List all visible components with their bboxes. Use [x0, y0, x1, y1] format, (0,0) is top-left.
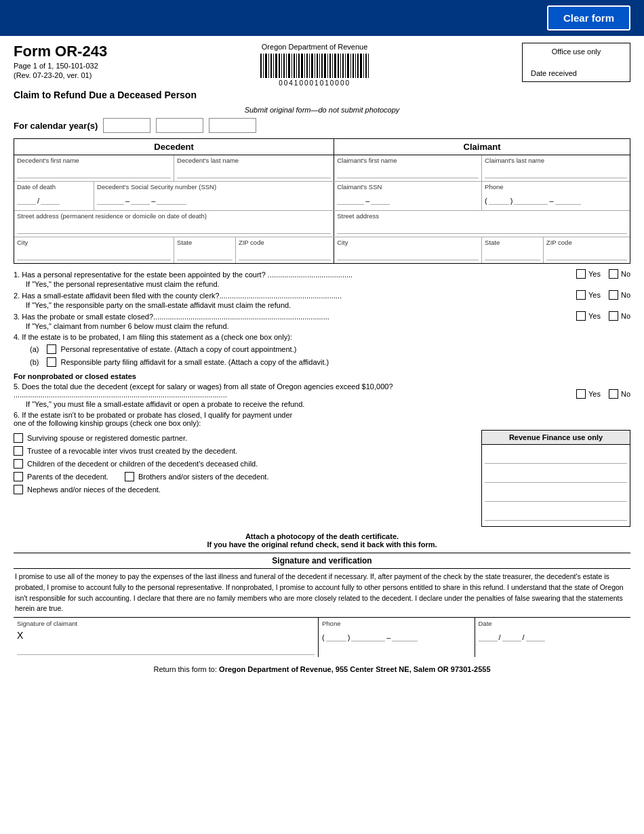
sig-input[interactable] [17, 646, 315, 655]
claim-state-cell: State [482, 237, 544, 263]
svg-rect-27 [329, 54, 331, 78]
kinship-2-checkbox[interactable] [14, 446, 23, 456]
dec-last-name-input[interactable] [177, 170, 331, 178]
q3-row: 3. Has the probate or small estate close… [14, 311, 630, 321]
name-row: Decedent's first name Decedent's last na… [14, 155, 630, 182]
phone-area[interactable] [489, 196, 509, 205]
q4b-text: Responsible party filing affidavit for a… [60, 358, 329, 366]
q6-intro: 6. If the estate isn't to be probated or… [14, 411, 630, 419]
svg-rect-1 [263, 54, 264, 78]
sig-phone-area[interactable] [326, 633, 346, 641]
dec-first-name-input[interactable] [17, 170, 171, 178]
revenue-finance-header: Revenue Finance use only [482, 431, 630, 445]
dec-city-input[interactable] [17, 252, 171, 260]
calendar-year-input-2[interactable] [156, 118, 203, 133]
q2-no-checkbox[interactable] [609, 290, 618, 300]
dec-state-cell: State [174, 237, 236, 263]
claim-ssn-2[interactable] [371, 196, 390, 205]
svg-rect-14 [296, 54, 297, 78]
claim-zip-label: ZIP code [546, 239, 627, 246]
sig-field: Signature of claimant X [14, 618, 319, 657]
sig-date-d[interactable] [502, 633, 521, 641]
dod-label: Date of death [17, 183, 91, 191]
claim-street-input[interactable] [337, 225, 627, 234]
q1-yes-checkbox[interactable] [576, 269, 586, 279]
dec-street-label: Street address (permanent residence or d… [17, 212, 331, 220]
dod-month[interactable] [17, 196, 36, 205]
claim-state-input[interactable] [485, 252, 540, 260]
svg-rect-39 [360, 54, 362, 78]
page-info: Page 1 of 1, 150-101-032 [14, 62, 107, 70]
svg-rect-25 [324, 54, 326, 78]
q2-yes-checkbox[interactable] [576, 290, 586, 300]
claim-ssn-1[interactable] [337, 196, 364, 205]
kinship-1-checkbox[interactable] [14, 433, 23, 443]
svg-rect-38 [357, 54, 359, 78]
kinship-1-label: Surviving spouse or registered domestic … [27, 434, 187, 442]
clear-form-button[interactable]: Clear form [547, 5, 630, 31]
q1-no-checkbox[interactable] [609, 269, 618, 279]
sig-phone-num[interactable] [351, 633, 385, 641]
dec-ssn-2[interactable] [131, 196, 150, 205]
kinship-3-checkbox[interactable] [14, 459, 23, 469]
kinship-4-checkbox[interactable] [14, 472, 23, 481]
phone-ext[interactable] [555, 196, 581, 205]
sig-phone-ext[interactable] [392, 633, 418, 641]
sig-label: Signature of claimant [17, 620, 315, 627]
claim-city-input[interactable] [337, 252, 479, 260]
rf-line-2 [485, 466, 627, 483]
svg-rect-19 [309, 54, 310, 78]
svg-rect-41 [365, 54, 367, 78]
dec-zip-input[interactable] [239, 252, 331, 260]
svg-rect-15 [298, 54, 300, 78]
table-headers: Decedent Claimant [14, 139, 630, 155]
calendar-year-input-3[interactable] [209, 118, 256, 133]
sig-date-field: Date / / [475, 618, 631, 657]
signature-section: Signature and verification I promise to … [14, 553, 630, 657]
claim-zip-cell: ZIP code [544, 237, 630, 263]
calendar-year-input-1[interactable] [103, 118, 150, 133]
form-number: Form OR-243 [14, 43, 107, 60]
q5-yes-checkbox[interactable] [576, 389, 586, 399]
q3-answer: Yes No [576, 311, 630, 321]
street-row: Street address (permanent residence or d… [14, 211, 630, 237]
sig-title: Signature and verification [14, 553, 630, 569]
phone-num[interactable] [514, 196, 548, 205]
q4b-checkbox[interactable] [47, 357, 56, 367]
sig-date-y[interactable] [526, 633, 545, 641]
dod-day[interactable] [41, 196, 60, 205]
dec-ssn-3[interactable] [157, 196, 186, 205]
dec-state-input[interactable] [177, 252, 233, 260]
rev-info: (Rev. 07-23-20, ver. 01) [14, 71, 107, 79]
sig-date-m[interactable] [479, 633, 498, 641]
claim-first-name-input[interactable] [337, 170, 479, 178]
q2-yes-label: Yes [588, 291, 601, 299]
claim-state-label: State [485, 239, 540, 246]
footer: Return this form to: Oregon Department o… [14, 662, 630, 676]
claim-first-name-cell: Claimant's first name [334, 155, 482, 181]
q4-intro: 4. If the estate is to be probated, I am… [14, 333, 630, 341]
claim-street-cell: Street address [334, 211, 630, 237]
kinship-6-checkbox[interactable] [14, 485, 23, 494]
dec-street-input[interactable] [17, 225, 331, 234]
q6-intro2: one of the following kinship groups (che… [14, 419, 630, 427]
kinship-1: Surviving spouse or registered domestic … [14, 433, 475, 443]
q4a-checkbox[interactable] [47, 344, 56, 354]
svg-rect-40 [363, 54, 364, 78]
svg-rect-10 [286, 54, 287, 78]
claim-zip-input[interactable] [546, 252, 627, 260]
dec-zip-cell: ZIP code [236, 237, 334, 263]
q3-no-checkbox[interactable] [609, 311, 618, 321]
svg-rect-24 [321, 54, 323, 78]
sig-fields-row: Signature of claimant X Phone ( ) – Date [14, 617, 630, 657]
q5-no-checkbox[interactable] [609, 389, 618, 399]
dec-first-name-label: Decedent's first name [17, 157, 171, 164]
dec-ssn-1[interactable] [97, 196, 124, 205]
kinship-3-label: Children of the decedent or children of … [27, 460, 258, 468]
kinship-5-checkbox[interactable] [125, 472, 134, 481]
q2-text: 2. Has a small-estate affidavit been fil… [14, 292, 573, 300]
q1-yes-label: Yes [588, 270, 601, 278]
svg-rect-9 [283, 54, 285, 78]
q3-yes-checkbox[interactable] [576, 311, 586, 321]
claim-last-name-input[interactable] [485, 170, 627, 178]
